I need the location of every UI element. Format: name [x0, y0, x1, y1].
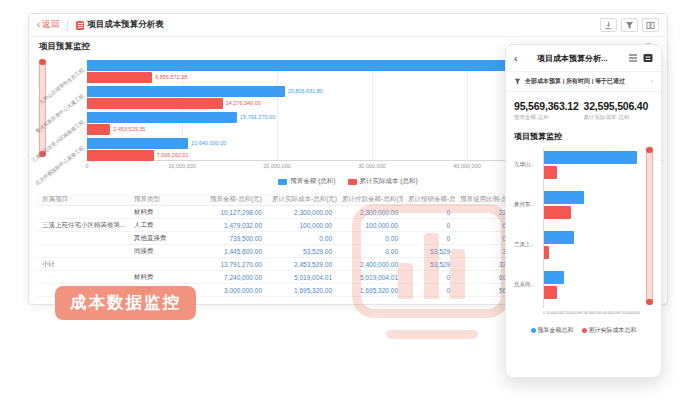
panel-back-icon[interactable]: ‹	[514, 52, 518, 64]
x-axis-tick-label: 30,000,000	[358, 163, 386, 169]
budget-table: 所属项目预算类型预算金额-总和(元)累计实际成本-总和(元)累计付款金额-总和(…	[37, 193, 526, 297]
kpi-label: 预算金额·总和	[514, 114, 584, 121]
table-cell: 3,000,000.00	[191, 287, 267, 294]
kpi-label: 累计实际成本·总和	[584, 114, 654, 121]
legend-label: 预算金额 (总和)	[290, 177, 335, 186]
table-cell: 5,019,004.01	[267, 274, 337, 281]
column-header: 预算金额-总和(元)	[191, 195, 267, 204]
bar-budget[interactable]	[87, 60, 546, 71]
bar-actual[interactable]	[544, 246, 549, 259]
card-view-icon[interactable]	[642, 53, 653, 64]
panel-chart: 九华山..黄河东..三溪上..北京尚.. 0 10,000,000 20,000…	[514, 146, 653, 322]
table-cell: 0.00	[337, 248, 403, 255]
bar-actual[interactable]	[87, 124, 110, 135]
panel-header: ‹ 项目成本预算分析...	[506, 45, 661, 71]
bar-value-label: 2,453,529.35	[113, 124, 145, 135]
table-row[interactable]: 材料费10,127,298.002,300,000.002,300,000.00…	[37, 206, 526, 219]
category-label: 三溪上..	[514, 241, 534, 248]
table-cell: 100,000.00	[267, 222, 337, 229]
table-cell: 2,453,529.00	[267, 261, 337, 268]
back-label: 返回	[42, 19, 59, 31]
table-cell: 0.00	[337, 235, 403, 242]
bar-value-label: 14,276,340.00	[226, 98, 261, 109]
watermark-label: 成本数据监控	[55, 286, 196, 320]
bar-actual[interactable]	[87, 150, 154, 161]
table-cell: 10,127,298.00	[191, 209, 267, 216]
grid-line	[372, 59, 373, 160]
legend-item-budget[interactable]: 预算金额 (总和)	[278, 177, 335, 186]
table-cell: 7,240,000.00	[191, 274, 267, 281]
panel-section-title: 项目预算监控	[506, 125, 661, 144]
panel-legend-item-budget[interactable]: 预算金额总和	[531, 326, 574, 335]
table-cell: 13,791,270.00	[191, 261, 267, 268]
panel-legend-item-actual[interactable]: 累计实际成本总和	[582, 326, 637, 335]
legend-swatch-red	[348, 179, 357, 185]
x-axis-tick-label: 10,000,000	[168, 163, 196, 169]
table-cell: 0	[403, 235, 455, 242]
table-cell: 0	[403, 209, 455, 216]
table-row[interactable]: 小计13,791,270.002,453,529.002,400,000.005…	[37, 258, 526, 271]
category-label: 九华山..	[514, 161, 534, 168]
legend-dot-red	[582, 328, 587, 333]
bar-budget[interactable]	[544, 231, 574, 244]
list-view-icon[interactable]	[627, 53, 638, 64]
table-row[interactable]: 材料费7,240,000.005,019,004.015,019,004.010…	[37, 271, 526, 284]
table-cell: 100,000.00	[337, 222, 403, 229]
bar-value-label: 15,791,270.00	[240, 112, 275, 123]
panel-chart-plot	[543, 148, 640, 308]
x-axis-tick-label: 0	[85, 163, 88, 169]
table-cell: 1,479,032.00	[191, 222, 267, 229]
table-cell: 1,445,600.00	[191, 248, 267, 255]
table-header-row: 所属项目预算类型预算金额-总和(元)累计实际成本-总和(元)累计付款金额-总和(…	[37, 193, 526, 206]
table-cell: 53,529	[403, 261, 455, 268]
legend-label: 累计实际成本总和	[589, 326, 637, 335]
column-header: 所属项目	[37, 195, 129, 204]
panel-filter-bar[interactable]: 全部成本预算 | 所有时间 | 等于已通过 ›	[506, 71, 661, 92]
back-button[interactable]: ‹ 返回	[37, 19, 59, 31]
kpi-budget: 95,569,363.12 预算金额·总和	[514, 100, 584, 121]
legend-swatch-blue	[278, 179, 287, 185]
filter-icon	[625, 21, 634, 30]
legend-label: 累计实际成本 (总和)	[360, 177, 418, 186]
table-row[interactable]: 三溪上苑住宅小区精装修第...人工费1,479,032.00100,000.00…	[37, 219, 526, 232]
bar-budget[interactable]	[87, 112, 237, 123]
table-config-button[interactable]	[642, 18, 659, 32]
panel-chart-category-axis: 九华山..黄河东..三溪上..北京尚..	[514, 146, 541, 306]
column-header: 预算类型	[129, 195, 191, 204]
panel-x-axis-ticks: 0 10,000,000 20,000,000 30,000,000 40,00…	[543, 310, 647, 315]
filter-button[interactable]	[621, 18, 638, 32]
table-row[interactable]: 间接费1,445,600.0053,529.000.0053,5293.70%	[37, 245, 526, 258]
category-label: 黄河东..	[514, 201, 534, 208]
category-label: 北京尚..	[514, 281, 534, 288]
bar-actual[interactable]	[87, 98, 223, 109]
tab-report[interactable]: 项目成本预算分析表	[76, 19, 164, 31]
bar-budget[interactable]	[87, 86, 285, 97]
chevron-right-icon: ›	[650, 77, 653, 86]
bar-budget[interactable]	[544, 271, 564, 284]
table-cell: 739,500.00	[191, 235, 267, 242]
x-axis-tick-label: 40,000,000	[453, 163, 481, 169]
table-cell: 人工费	[129, 221, 191, 230]
export-button[interactable]	[600, 18, 617, 32]
table-cell: 小计	[37, 260, 129, 269]
bar-budget[interactable]	[87, 138, 188, 149]
bar-budget[interactable]	[544, 191, 584, 204]
back-chevron-icon: ‹	[37, 21, 40, 29]
export-icon	[604, 21, 613, 30]
tab-label: 项目成本预算分析表	[87, 19, 164, 31]
bar-value-label: 7,006,262.01	[157, 150, 189, 161]
table-row[interactable]: 其他直接费739,500.000.000.0000.00%	[37, 232, 526, 245]
document-icon	[76, 21, 84, 30]
column-header: 累计实际成本-总和(元)	[267, 195, 337, 204]
bar-actual[interactable]	[87, 72, 152, 83]
bar-actual[interactable]	[544, 166, 557, 179]
bar-budget[interactable]	[544, 151, 637, 164]
bar-actual[interactable]	[544, 206, 571, 219]
table-cell: 材料费	[129, 208, 191, 217]
legend-item-actual[interactable]: 累计实际成本 (总和)	[348, 177, 418, 186]
panel-title: 项目成本预算分析...	[522, 53, 623, 64]
table-cell: 2,300,000.00	[267, 209, 337, 216]
panel-datazoom-slider[interactable]	[646, 148, 653, 304]
kpi-row: 95,569,363.12 预算金额·总和 32,595,506.40 累计实际…	[506, 92, 661, 125]
bar-actual[interactable]	[544, 286, 557, 299]
